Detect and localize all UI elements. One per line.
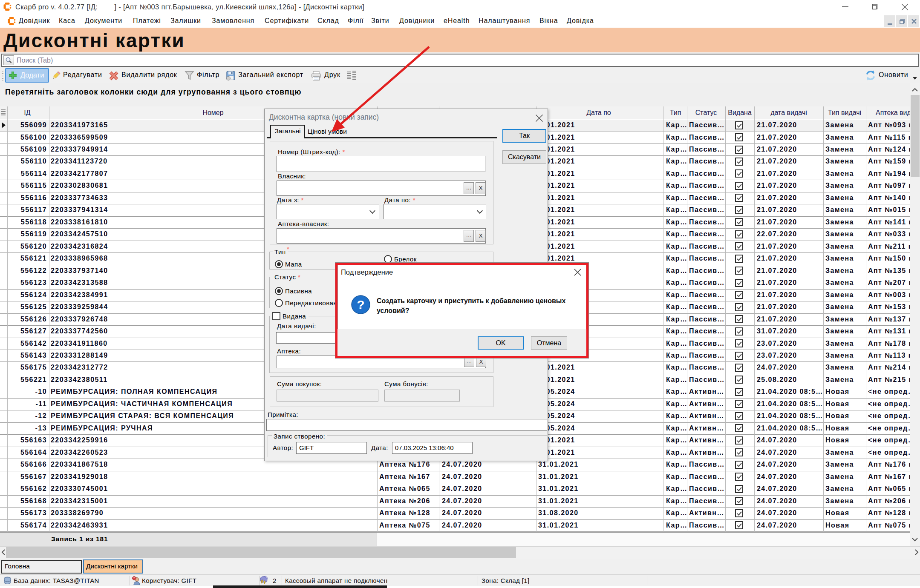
svg-text:?: ? — [357, 298, 364, 312]
